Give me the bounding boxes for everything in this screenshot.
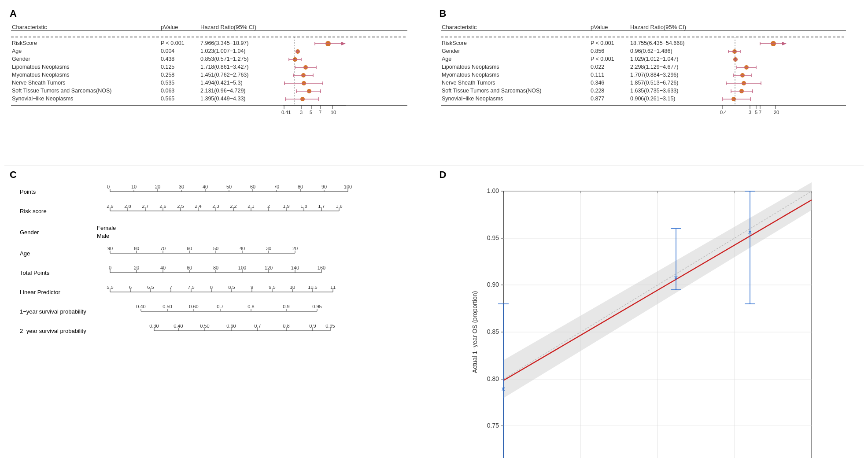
svg-text:80: 80 [134, 247, 139, 251]
svg-text:0.9: 0.9 [283, 305, 289, 309]
svg-text:Gender: Gender [12, 56, 30, 62]
svg-text:0.853(0.571−1.275): 0.853(0.571−1.275) [200, 56, 248, 62]
svg-text:0.80: 0.80 [487, 375, 499, 382]
svg-text:Hazard Ratio(95% CI): Hazard Ratio(95% CI) [200, 24, 256, 30]
nomo-scale-points: 0 20 40 60 80 100 10 30 50 70 90 [97, 185, 361, 198]
svg-text:1.7: 1.7 [318, 205, 325, 209]
svg-text:2.9: 2.9 [107, 205, 113, 209]
svg-text:0.346: 0.346 [591, 80, 604, 86]
forest-svg-a: Characteristic pValue Hazard Ratio(95% C… [11, 23, 416, 159]
svg-text:1.635(0.735−3.633): 1.635(0.735−3.633) [630, 88, 678, 94]
svg-text:0.877: 0.877 [591, 96, 604, 102]
nomo-label-2yr: 2−year survival probability [20, 328, 97, 334]
svg-text:7.5: 7.5 [188, 286, 194, 290]
panel-d-label: D [440, 169, 447, 181]
svg-text:0: 0 [107, 185, 110, 189]
svg-text:2.6: 2.6 [159, 205, 166, 209]
svg-text:8.5: 8.5 [228, 286, 235, 290]
svg-text:2.131(0.96−4.729): 2.131(0.96−4.729) [200, 88, 246, 94]
svg-text:0: 0 [109, 266, 111, 270]
svg-text:1.395(0.449−4.33): 1.395(0.449−4.33) [200, 96, 246, 102]
svg-text:RiskScore: RiskScore [12, 40, 37, 46]
svg-text:9.5: 9.5 [269, 286, 275, 290]
svg-text:Soft Tissue Tumors and Sarcoma: Soft Tissue Tumors and Sarcomas(NOS) [12, 88, 111, 94]
svg-text:100: 100 [344, 185, 352, 189]
svg-text:×: × [674, 274, 678, 281]
nomo-row-points: Points 0 20 40 [20, 185, 427, 198]
svg-text:0.906(0.261−3.15): 0.906(0.261−3.15) [630, 96, 676, 102]
calibration-container: 0.70 0.75 0.80 0.85 0.90 0.95 1.00 [441, 184, 857, 458]
svg-text:0.60: 0.60 [226, 325, 236, 329]
svg-text:Gender: Gender [442, 48, 460, 54]
svg-text:Characteristic: Characteristic [12, 24, 47, 30]
svg-text:1.718(0.861−3.427): 1.718(0.861−3.427) [200, 64, 248, 70]
svg-text:P < 0.001: P < 0.001 [591, 40, 614, 46]
nomo-scale-age: 90 80 70 60 50 40 30 20 [97, 247, 361, 259]
svg-text:160: 160 [318, 266, 325, 270]
nomogram: Points 0 20 40 [11, 185, 427, 337]
svg-text:5: 5 [755, 110, 757, 115]
svg-text:8: 8 [210, 286, 213, 290]
svg-text:5.5: 5.5 [107, 286, 113, 290]
svg-text:RiskScore: RiskScore [442, 40, 467, 46]
svg-text:2.4: 2.4 [195, 205, 201, 209]
nomo-row-age: Age 90 80 70 60 50 40 [20, 247, 427, 259]
svg-text:Actual 1−year OS (proportion): Actual 1−year OS (proportion) [471, 291, 478, 373]
nomo-scale-totalpoints: 0 20 40 60 80 100 120 140 160 [97, 266, 361, 279]
svg-text:6.5: 6.5 [147, 286, 154, 290]
nomo-label-linearpred: Linear Predictor [20, 289, 97, 295]
nomo-row-riskscore: Risk score [20, 205, 427, 217]
svg-text:0.95: 0.95 [325, 325, 335, 329]
svg-text:1.8: 1.8 [300, 205, 307, 209]
svg-text:2: 2 [267, 205, 270, 209]
svg-text:Lipomatous Neoplasms: Lipomatous Neoplasms [12, 64, 70, 70]
panel-d: D [434, 166, 864, 458]
svg-text:50: 50 [226, 185, 232, 189]
nomo-label-gender: Gender [20, 229, 97, 236]
svg-text:Synovial−like Neoplasms: Synovial−like Neoplasms [12, 96, 73, 102]
svg-text:0.228: 0.228 [591, 88, 604, 94]
svg-text:6: 6 [129, 286, 132, 290]
svg-text:70: 70 [160, 247, 166, 251]
svg-text:2.2: 2.2 [230, 205, 236, 209]
svg-text:pValue: pValue [591, 24, 608, 30]
svg-text:1.494(0.421−5.3): 1.494(0.421−5.3) [200, 80, 243, 86]
svg-text:3: 3 [300, 110, 303, 115]
svg-text:90: 90 [107, 247, 113, 251]
svg-text:0.60: 0.60 [189, 305, 198, 309]
svg-text:1.857(0.513−6.726): 1.857(0.513−6.726) [630, 80, 678, 86]
svg-text:18.755(6.435−54.668): 18.755(6.435−54.668) [630, 40, 684, 46]
svg-marker-12 [341, 42, 346, 45]
nomo-gender-values: Female Male [97, 224, 116, 240]
svg-text:Myomatous Neoplasms: Myomatous Neoplasms [442, 72, 499, 78]
nomo-scale-riskscore: 2.9 2.8 2.7 2.6 2.5 2.4 2.3 2.2 2.1 2 1.… [97, 205, 361, 217]
svg-text:0.8: 0.8 [247, 305, 254, 309]
svg-text:100: 100 [238, 266, 246, 270]
svg-text:2.3: 2.3 [212, 205, 219, 209]
svg-text:0.8: 0.8 [283, 325, 289, 329]
panel-b-label: B [440, 8, 447, 19]
nomo-row-gender: Gender Female Male [20, 224, 427, 240]
svg-text:60: 60 [187, 247, 192, 251]
svg-text:0.95: 0.95 [312, 305, 321, 309]
svg-text:20: 20 [155, 185, 160, 189]
svg-text:90: 90 [321, 185, 327, 189]
svg-text:0.565: 0.565 [161, 96, 174, 102]
svg-text:P < 0.001: P < 0.001 [161, 40, 185, 46]
svg-text:10.5: 10.5 [308, 286, 317, 290]
svg-text:9: 9 [251, 286, 253, 290]
svg-text:10: 10 [131, 185, 137, 189]
svg-text:×: × [748, 229, 752, 236]
svg-text:Lipomatous Neoplasms: Lipomatous Neoplasms [442, 64, 499, 70]
nomo-row-2yr: 2−year survival probability 0.30 0.40 0.… [20, 325, 427, 337]
svg-text:11: 11 [330, 286, 336, 290]
svg-text:2.7: 2.7 [142, 205, 148, 209]
calibration-svg: 0.70 0.75 0.80 0.85 0.90 0.95 1.00 [468, 182, 829, 458]
nomo-scale-1yr: 0.40 0.50 0.60 0.7 0.8 0.9 0.95 [97, 305, 361, 318]
svg-text:7.966(3.345−18.97): 7.966(3.345−18.97) [200, 40, 248, 46]
svg-text:0.50: 0.50 [200, 325, 209, 329]
svg-text:2.8: 2.8 [124, 205, 131, 209]
svg-text:0.41: 0.41 [281, 110, 291, 115]
svg-text:7: 7 [759, 110, 761, 115]
svg-text:140: 140 [291, 266, 299, 270]
